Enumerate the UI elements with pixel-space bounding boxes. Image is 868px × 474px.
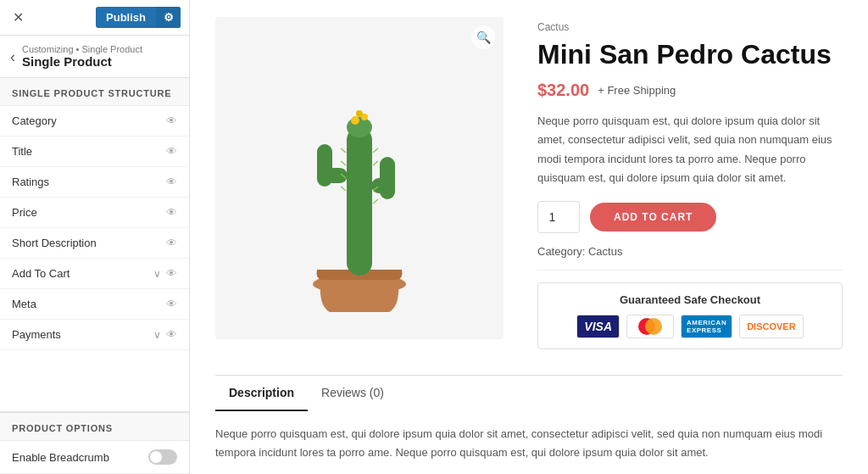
svg-line-11 bbox=[373, 148, 378, 153]
nav-title: Single Product bbox=[22, 54, 142, 69]
eye-icon[interactable]: 👁 bbox=[166, 328, 177, 341]
svg-line-10 bbox=[341, 187, 346, 191]
cactus-image bbox=[266, 42, 453, 314]
svg-point-6 bbox=[347, 117, 372, 137]
product-category: Cactus bbox=[537, 21, 843, 33]
structure-item[interactable]: Price 👁 bbox=[0, 198, 189, 228]
structure-item[interactable]: Meta 👁 bbox=[0, 289, 189, 320]
breadcrumb-label: Enable Breadcrumb bbox=[12, 451, 109, 464]
structure-item[interactable]: Payments ∨ 👁 bbox=[0, 320, 189, 350]
eye-icon[interactable]: 👁 bbox=[166, 176, 177, 188]
svg-line-12 bbox=[373, 161, 378, 165]
eye-icon[interactable]: 👁 bbox=[166, 206, 177, 219]
zoom-icon[interactable]: 🔍 bbox=[471, 25, 495, 49]
product-options-header: PRODUCT OPTIONS bbox=[0, 413, 189, 441]
payment-icons: VISA AMERICANEXPRESS DISCOVER bbox=[552, 315, 828, 338]
svg-rect-3 bbox=[317, 144, 332, 187]
svg-rect-1 bbox=[347, 127, 372, 276]
structure-items: Category 👁 Title 👁 Ratings 👁 bbox=[0, 106, 189, 411]
publish-settings-icon[interactable]: ⚙ bbox=[156, 7, 181, 28]
chevron-icon: ∨ bbox=[153, 329, 161, 341]
svg-point-19 bbox=[645, 318, 662, 335]
nav-bar: ‹ Customizing • Single Product Single Pr… bbox=[0, 36, 189, 78]
guaranteed-box: Guaranteed Safe Checkout VISA AMERICANEX… bbox=[537, 282, 843, 349]
svg-line-8 bbox=[341, 161, 346, 165]
nav-text: Customizing • Single Product Single Prod… bbox=[22, 44, 142, 69]
publish-label: Publish bbox=[96, 7, 156, 28]
discover-card: DISCOVER bbox=[739, 315, 803, 338]
structure-section-header: SINGLE PRODUCT STRUCTURE bbox=[0, 78, 189, 106]
product-description: Neque porro quisquam est, qui dolore ips… bbox=[537, 112, 843, 187]
product-image: 🔍 bbox=[215, 17, 504, 339]
right-content: 🔍 bbox=[190, 0, 868, 474]
chevron-icon: ∨ bbox=[153, 268, 161, 280]
amex-card: AMERICANEXPRESS bbox=[681, 315, 732, 338]
back-button[interactable]: ‹ bbox=[10, 49, 15, 64]
tab-description[interactable]: Description bbox=[215, 376, 308, 411]
svg-line-7 bbox=[341, 148, 346, 153]
svg-point-15 bbox=[351, 116, 359, 125]
eye-icon[interactable]: 👁 bbox=[166, 298, 177, 310]
eye-icon[interactable]: 👁 bbox=[166, 267, 177, 280]
breadcrumb: Customizing • Single Product bbox=[22, 44, 142, 54]
svg-rect-5 bbox=[380, 157, 395, 199]
guaranteed-title: Guaranteed Safe Checkout bbox=[552, 293, 828, 306]
price-row: $32.00 + Free Shipping bbox=[537, 81, 843, 100]
quantity-input[interactable] bbox=[537, 201, 580, 233]
structure-item[interactable]: Ratings 👁 bbox=[0, 167, 189, 198]
cart-row: ADD TO CART bbox=[537, 201, 843, 233]
visa-card: VISA bbox=[576, 315, 620, 338]
mastercard bbox=[626, 315, 674, 338]
product-meta: Category: Cactus bbox=[537, 245, 843, 270]
product-tabs: Description Reviews (0) Neque porro quis… bbox=[215, 375, 843, 474]
eye-icon[interactable]: 👁 bbox=[166, 145, 177, 158]
structure-item[interactable]: Add To Cart ∨ 👁 bbox=[0, 259, 189, 289]
top-bar: ✕ Publish ⚙ bbox=[0, 0, 189, 36]
eye-icon[interactable]: 👁 bbox=[166, 237, 177, 249]
publish-button[interactable]: Publish ⚙ bbox=[96, 7, 181, 28]
tab-list: Description Reviews (0) bbox=[215, 376, 843, 411]
svg-point-17 bbox=[356, 110, 363, 117]
close-button[interactable]: ✕ bbox=[8, 8, 27, 27]
eye-icon[interactable]: 👁 bbox=[166, 114, 177, 127]
breadcrumb-toggle[interactable] bbox=[148, 449, 177, 465]
breadcrumb-toggle-row: Enable Breadcrumb bbox=[0, 441, 189, 474]
tab-reviews[interactable]: Reviews (0) bbox=[308, 376, 398, 411]
left-panel: ✕ Publish ⚙ ‹ Customizing • Single Produ… bbox=[0, 0, 190, 474]
structure-item[interactable]: Title 👁 bbox=[0, 137, 189, 167]
tab-description-content: Neque porro quisquam est, qui dolore ips… bbox=[215, 411, 843, 474]
add-to-cart-button[interactable]: ADD TO CART bbox=[590, 203, 716, 231]
free-shipping: + Free Shipping bbox=[598, 84, 676, 97]
product-layout: 🔍 bbox=[215, 17, 843, 349]
svg-line-14 bbox=[373, 199, 378, 204]
structure-item[interactable]: Category 👁 bbox=[0, 106, 189, 137]
product-name: Mini San Pedro Cactus bbox=[537, 38, 843, 70]
product-details: Cactus Mini San Pedro Cactus $32.00 + Fr… bbox=[537, 17, 843, 349]
product-options-section: PRODUCT OPTIONS Enable Breadcrumb bbox=[0, 411, 189, 474]
product-price: $32.00 bbox=[537, 81, 589, 100]
structure-item[interactable]: Short Description 👁 bbox=[0, 228, 189, 259]
